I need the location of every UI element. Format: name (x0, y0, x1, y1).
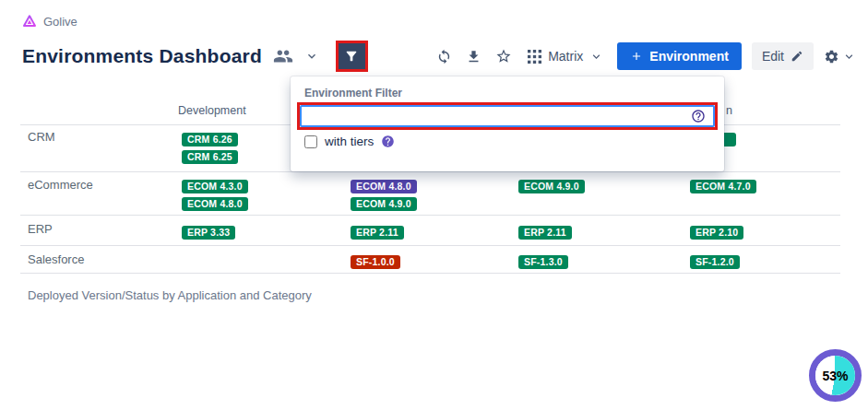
row-separator (20, 215, 840, 216)
deployment-badge[interactable]: SF-1.0.0 (351, 255, 400, 269)
environment-filter-label: Environment Filter (304, 87, 402, 100)
column-header: Development (178, 104, 246, 117)
application-row-label: Salesforce (28, 252, 84, 266)
deployment-badge[interactable]: ERP 3.33 (182, 226, 235, 240)
column-header-fragment: n (726, 104, 732, 117)
deployment-badge[interactable]: ECOM 4.8.0 (351, 180, 417, 193)
deployment-badge[interactable]: SF-1.2.0 (690, 255, 740, 269)
matrix-caption: Deployed Version/Status by Application a… (28, 288, 312, 302)
environments-matrix: Deployed Version/Status by Application a… (0, 0, 868, 410)
application-row-label: ERP (28, 222, 53, 236)
deployment-badge[interactable]: SF-1.3.0 (518, 255, 568, 269)
deployment-badge[interactable]: ECOM 4.7.0 (690, 180, 756, 193)
with-tiers-help-icon[interactable] (381, 135, 395, 148)
deployment-badge[interactable]: ECOM 4.8.0 (182, 197, 248, 211)
application-row-label: CRM (28, 130, 55, 144)
row-separator (20, 245, 840, 246)
deployment-badge[interactable]: ECOM 4.3.0 (182, 180, 248, 193)
deployment-badge[interactable]: ECOM 4.9.0 (351, 197, 417, 211)
environment-filter-panel: Environment Filter with tiers (291, 76, 724, 171)
environment-filter-input[interactable] (300, 105, 715, 127)
deployment-badge[interactable]: ERP 2.11 (518, 226, 572, 240)
progress-percent-label: 53% (822, 369, 848, 383)
input-highlight-annotation-box (297, 102, 718, 130)
application-row-label: eCommerce (28, 178, 93, 192)
with-tiers-label: with tiers (325, 135, 374, 148)
task-progress-indicator: 53% (809, 349, 862, 402)
deployment-badge[interactable]: ECOM 4.9.0 (518, 180, 585, 193)
deployment-badge[interactable]: CRM 6.25 (182, 150, 238, 164)
filter-syntax-help-icon[interactable] (691, 109, 706, 123)
deployment-badge[interactable]: CRM 6.26 (182, 133, 238, 146)
row-separator (20, 273, 840, 274)
with-tiers-checkbox[interactable] (304, 135, 317, 148)
row-separator (20, 171, 840, 172)
deployment-badge[interactable]: ERP 2.10 (690, 226, 743, 240)
deployment-badge[interactable]: ERP 2.11 (351, 226, 404, 240)
